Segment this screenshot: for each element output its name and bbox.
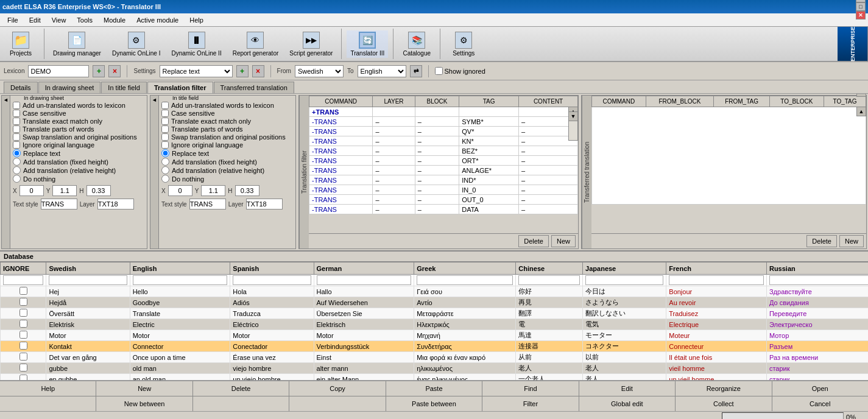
row-ignore-2[interactable] xyxy=(19,298,27,306)
toolbar-dynamic-1[interactable]: ⚙ Dynamic OnLine I xyxy=(108,30,164,58)
global-edit-btn[interactable]: Global edit xyxy=(579,396,676,411)
check-parts-1[interactable]: Translate parts of words xyxy=(13,125,144,133)
transferred-delete-btn[interactable]: Delete xyxy=(806,235,837,247)
row-ignore-7[interactable] xyxy=(19,353,27,361)
h-input-2[interactable] xyxy=(235,185,259,196)
table-row[interactable]: en gubbean old manun viejo hombreein alt… xyxy=(1,374,869,381)
filter-greek[interactable] xyxy=(417,275,513,285)
menu-view[interactable]: View xyxy=(47,15,71,25)
check-swap-1[interactable]: Swap translation and original positions xyxy=(13,133,144,141)
tab-drawing-sheet[interactable]: In drawing sheet xyxy=(38,82,101,93)
tab-title-field[interactable]: In title field xyxy=(101,82,147,93)
drawing-sheet-collapse-btn[interactable]: ◄ xyxy=(2,96,10,248)
cancel-btn[interactable]: Cancel xyxy=(772,396,868,411)
show-ignored-check[interactable]: Show ignored xyxy=(435,67,485,75)
filter-french[interactable] xyxy=(669,275,764,285)
row-ignore-6[interactable] xyxy=(19,342,27,350)
row-ignore-3[interactable] xyxy=(19,309,27,317)
filter-new-btn[interactable]: New xyxy=(551,235,576,247)
filter-japanese[interactable] xyxy=(585,275,663,285)
settings-select[interactable]: Replace text xyxy=(160,65,233,77)
db-table-container[interactable]: IGNORE Swedish English Spanish German Gr… xyxy=(0,262,868,380)
x-input-2[interactable] xyxy=(168,185,192,196)
to-select[interactable]: English xyxy=(358,65,406,77)
filter-english[interactable] xyxy=(133,275,228,285)
check-ignore-orig-2[interactable]: Ignore original language xyxy=(161,141,293,149)
copy-btn[interactable]: Copy xyxy=(289,381,386,396)
check-case-sensitive-2[interactable]: Case sensitive xyxy=(161,110,293,117)
collect-btn[interactable]: Collect xyxy=(676,396,772,411)
t-scroll-down-btn[interactable]: ▼ xyxy=(856,96,866,97)
row-ignore-5[interactable] xyxy=(19,331,27,339)
table-row[interactable]: gubbeold manviejo hombrealter mann ηλικι… xyxy=(1,363,869,374)
text-style-1[interactable] xyxy=(41,199,77,210)
radio-replace-2[interactable]: Replace text xyxy=(161,149,293,157)
menu-help[interactable]: Help xyxy=(185,15,208,25)
y-input-1[interactable] xyxy=(52,185,77,196)
filter-ignore[interactable] xyxy=(3,275,43,285)
filter-chinese[interactable] xyxy=(518,275,580,285)
check-exact-match-1[interactable]: Translate exact match only xyxy=(13,118,144,125)
row-ignore-8[interactable] xyxy=(19,364,27,371)
check-parts-2[interactable]: Translate parts of words xyxy=(161,125,293,133)
radio-add-rel-2[interactable]: Add translation (relative height) xyxy=(161,166,293,174)
filter-swedish[interactable] xyxy=(49,275,127,285)
title-field-collapse-btn[interactable]: ◄ xyxy=(150,96,159,248)
scroll-down-btn[interactable]: ▼ xyxy=(568,111,578,121)
maximize-btn[interactable]: □ xyxy=(856,2,866,11)
filter-btn[interactable]: Filter xyxy=(482,396,579,411)
paste-btn[interactable]: Paste xyxy=(386,381,482,396)
radio-add-rel-1[interactable]: Add translation (relative height) xyxy=(13,166,144,174)
tab-transferred[interactable]: Transferred translation xyxy=(214,82,294,93)
lexicon-input[interactable] xyxy=(28,65,89,77)
check-case-sensitive-1[interactable]: Case sensitive xyxy=(13,110,144,117)
layer-1[interactable] xyxy=(97,199,134,210)
h-input-1[interactable] xyxy=(86,185,111,196)
table-row[interactable]: HejdåGoodbyeAdiósAuf Wiedersehen Αντίο再見… xyxy=(1,297,869,308)
check-swap-2[interactable]: Swap translation and original positions xyxy=(161,133,293,141)
row-ignore-1[interactable] xyxy=(19,287,27,295)
row-ignore-9[interactable] xyxy=(19,375,27,380)
delete-btn[interactable]: Delete xyxy=(193,381,289,396)
check-add-untranslated-2[interactable]: Add un-translated words to lexicon xyxy=(161,102,293,109)
toolbar-projects[interactable]: 📁 Projects xyxy=(2,30,39,58)
check-ignore-orig-1[interactable]: Ignore original language xyxy=(13,141,144,149)
filter-delete-btn[interactable]: Delete xyxy=(518,235,549,247)
menu-file[interactable]: File xyxy=(2,15,23,25)
y-input-2[interactable] xyxy=(201,185,225,196)
check-exact-match-2[interactable]: Translate exact match only xyxy=(161,118,293,125)
x-input-1[interactable] xyxy=(19,185,44,196)
filter-german[interactable] xyxy=(317,275,412,285)
reorganize-btn[interactable]: Reorganize xyxy=(676,381,772,396)
help-btn[interactable]: Help xyxy=(0,381,96,396)
check-add-untranslated-1[interactable]: Add un-translated words to lexicon xyxy=(13,102,144,109)
show-ignored-checkbox[interactable] xyxy=(435,67,443,75)
settings-add-btn[interactable]: + xyxy=(236,65,249,77)
layer-2[interactable] xyxy=(246,199,283,210)
text-style-2[interactable] xyxy=(189,199,226,210)
radio-replace-1[interactable]: Replace text xyxy=(13,149,144,157)
toolbar-report[interactable]: 👁 Report generator xyxy=(229,30,283,58)
edit-btn[interactable]: Edit xyxy=(579,381,676,396)
from-select[interactable]: Swedish xyxy=(295,65,344,77)
radio-add-fixed-2[interactable]: Add translation (fixed height) xyxy=(161,158,293,166)
table-row[interactable]: HejHelloHolaHallo Γειά σου你好今日は BonjourЗ… xyxy=(1,286,869,297)
tab-details[interactable]: Details xyxy=(4,82,38,93)
filter-russian[interactable] xyxy=(769,275,868,285)
menu-edit[interactable]: Edit xyxy=(24,15,46,25)
radio-add-fixed-1[interactable]: Add translation (fixed height) xyxy=(13,158,144,166)
table-row[interactable]: ElektriskElectricEléctricoElektrisch Ηλε… xyxy=(1,319,869,330)
settings-delete-btn[interactable]: × xyxy=(252,65,264,77)
toolbar-dynamic-2[interactable]: ▐▌ Dynamic OnLine II xyxy=(168,30,225,58)
toolbar-catalogue[interactable]: 📚 Catalogue xyxy=(398,30,435,58)
close-btn[interactable]: ✕ xyxy=(856,11,866,19)
row-ignore-4[interactable] xyxy=(19,320,27,328)
transferred-new-btn[interactable]: New xyxy=(839,235,864,247)
menu-tools[interactable]: Tools xyxy=(72,15,97,25)
toolbar-settings[interactable]: ⚙ Settings xyxy=(445,30,482,58)
table-row-selected[interactable]: KontaktConnectorConectadorVerbindungsstü… xyxy=(1,341,869,352)
lexicon-add-btn[interactable]: + xyxy=(93,65,105,77)
menu-active-module[interactable]: Active module xyxy=(132,15,183,25)
table-row[interactable]: Det var en gångOnce upon a timeÉrase una… xyxy=(1,352,869,363)
menu-module[interactable]: Module xyxy=(99,15,130,25)
